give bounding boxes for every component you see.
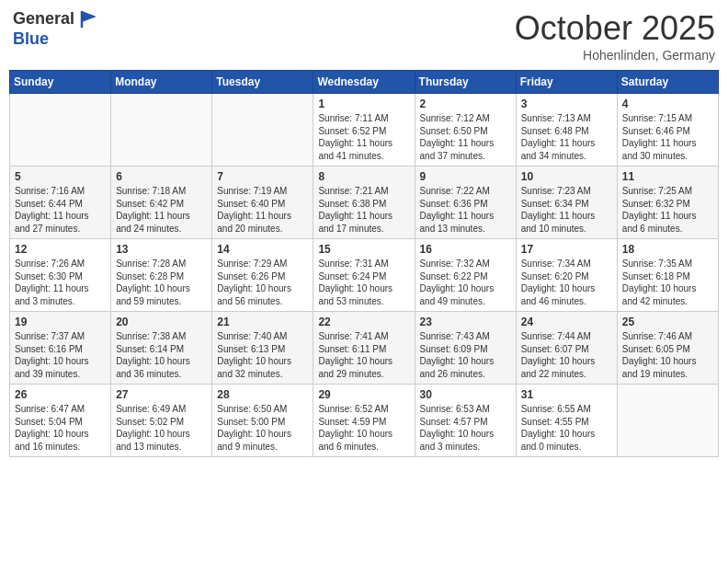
calendar-day-5: 5Sunrise: 7:16 AM Sunset: 6:44 PM Daylig… [10, 167, 111, 239]
day-number: 18 [622, 243, 713, 256]
day-number: 26 [15, 388, 106, 401]
day-info: Sunrise: 7:44 AM Sunset: 6:07 PM Dayligh… [521, 330, 612, 380]
title-block: October 2025 Hohenlinden, Germany [515, 9, 715, 63]
logo-general: General [13, 9, 74, 28]
day-number: 25 [622, 316, 713, 328]
logo: General Blue [13, 9, 98, 50]
calendar-day-30: 30Sunrise: 6:53 AM Sunset: 4:57 PM Dayli… [415, 385, 516, 457]
day-number: 24 [521, 316, 612, 328]
day-number: 11 [622, 170, 713, 183]
day-info: Sunrise: 7:26 AM Sunset: 6:30 PM Dayligh… [15, 258, 106, 307]
calendar-day-18: 18Sunrise: 7:35 AM Sunset: 6:18 PM Dayli… [617, 239, 718, 312]
day-info: Sunrise: 7:15 AM Sunset: 6:46 PM Dayligh… [622, 112, 713, 162]
calendar-day-2: 2Sunrise: 7:12 AM Sunset: 6:50 PM Daylig… [415, 94, 516, 167]
calendar-day-6: 6Sunrise: 7:18 AM Sunset: 6:42 PM Daylig… [111, 167, 212, 239]
day-info: Sunrise: 7:13 AM Sunset: 6:48 PM Dayligh… [521, 112, 612, 162]
day-info: Sunrise: 7:35 AM Sunset: 6:18 PM Dayligh… [622, 258, 713, 307]
calendar-week-row: 26Sunrise: 6:47 AM Sunset: 5:04 PM Dayli… [10, 385, 719, 457]
calendar-week-row: 1Sunrise: 7:11 AM Sunset: 6:52 PM Daylig… [10, 94, 719, 167]
calendar-day-3: 3Sunrise: 7:13 AM Sunset: 6:48 PM Daylig… [516, 94, 617, 167]
day-number: 9 [420, 170, 511, 183]
day-info: Sunrise: 7:19 AM Sunset: 6:40 PM Dayligh… [217, 185, 308, 235]
day-number: 10 [521, 170, 612, 183]
day-number: 16 [420, 243, 511, 256]
calendar-day-20: 20Sunrise: 7:38 AM Sunset: 6:14 PM Dayli… [111, 312, 212, 385]
calendar-day-8: 8Sunrise: 7:21 AM Sunset: 6:38 PM Daylig… [313, 167, 415, 239]
day-number: 31 [521, 388, 612, 401]
day-info: Sunrise: 7:37 AM Sunset: 6:16 PM Dayligh… [15, 330, 106, 380]
calendar-day-1: 1Sunrise: 7:11 AM Sunset: 6:52 PM Daylig… [313, 94, 415, 167]
calendar-day-4: 4Sunrise: 7:15 AM Sunset: 6:46 PM Daylig… [617, 94, 718, 167]
svg-marker-0 [82, 11, 97, 22]
logo-flag-icon [80, 9, 98, 29]
weekday-header-sunday: Sunday [10, 71, 111, 94]
day-number: 12 [15, 243, 106, 256]
day-number: 8 [318, 170, 409, 183]
day-number: 7 [217, 170, 308, 183]
weekday-header-wednesday: Wednesday [313, 71, 415, 94]
day-info: Sunrise: 7:18 AM Sunset: 6:42 PM Dayligh… [116, 185, 207, 235]
day-number: 23 [420, 316, 511, 328]
day-number: 17 [521, 243, 612, 256]
day-number: 1 [318, 98, 409, 110]
day-number: 20 [116, 316, 207, 328]
calendar-header-row: SundayMondayTuesdayWednesdayThursdayFrid… [10, 71, 719, 94]
day-number: 29 [318, 388, 409, 401]
day-info: Sunrise: 7:34 AM Sunset: 6:20 PM Dayligh… [521, 258, 612, 307]
day-info: Sunrise: 7:41 AM Sunset: 6:11 PM Dayligh… [318, 330, 409, 380]
day-number: 27 [116, 388, 207, 401]
calendar-day-7: 7Sunrise: 7:19 AM Sunset: 6:40 PM Daylig… [212, 167, 313, 239]
day-number: 19 [15, 316, 106, 328]
day-info: Sunrise: 7:31 AM Sunset: 6:24 PM Dayligh… [318, 258, 409, 307]
calendar-day-19: 19Sunrise: 7:37 AM Sunset: 6:16 PM Dayli… [10, 312, 111, 385]
calendar-week-row: 5Sunrise: 7:16 AM Sunset: 6:44 PM Daylig… [10, 167, 719, 239]
calendar-day-23: 23Sunrise: 7:43 AM Sunset: 6:09 PM Dayli… [415, 312, 516, 385]
day-info: Sunrise: 7:43 AM Sunset: 6:09 PM Dayligh… [420, 330, 511, 380]
day-number: 15 [318, 243, 409, 256]
calendar-week-row: 19Sunrise: 7:37 AM Sunset: 6:16 PM Dayli… [10, 312, 719, 385]
day-info: Sunrise: 7:40 AM Sunset: 6:13 PM Dayligh… [217, 330, 308, 380]
calendar-day-22: 22Sunrise: 7:41 AM Sunset: 6:11 PM Dayli… [313, 312, 415, 385]
day-number: 30 [420, 388, 511, 401]
day-number: 3 [521, 98, 612, 110]
day-number: 14 [217, 243, 308, 256]
weekday-header-thursday: Thursday [415, 71, 516, 94]
calendar-day-28: 28Sunrise: 6:50 AM Sunset: 5:00 PM Dayli… [212, 385, 313, 457]
day-info: Sunrise: 7:29 AM Sunset: 6:26 PM Dayligh… [217, 258, 308, 307]
day-info: Sunrise: 7:23 AM Sunset: 6:34 PM Dayligh… [521, 185, 612, 235]
weekday-header-tuesday: Tuesday [212, 71, 313, 94]
day-info: Sunrise: 7:21 AM Sunset: 6:38 PM Dayligh… [318, 185, 409, 235]
day-info: Sunrise: 7:16 AM Sunset: 6:44 PM Dayligh… [15, 185, 106, 235]
day-number: 5 [15, 170, 106, 183]
day-info: Sunrise: 6:52 AM Sunset: 4:59 PM Dayligh… [318, 403, 409, 453]
day-info: Sunrise: 6:49 AM Sunset: 5:02 PM Dayligh… [116, 403, 207, 453]
calendar-day-24: 24Sunrise: 7:44 AM Sunset: 6:07 PM Dayli… [516, 312, 617, 385]
logo-blue: Blue [13, 29, 98, 50]
location: Hohenlinden, Germany [515, 48, 715, 63]
calendar-day-12: 12Sunrise: 7:26 AM Sunset: 6:30 PM Dayli… [10, 239, 111, 312]
day-info: Sunrise: 6:50 AM Sunset: 5:00 PM Dayligh… [217, 403, 308, 453]
day-info: Sunrise: 7:46 AM Sunset: 6:05 PM Dayligh… [622, 330, 713, 380]
page-header: General Blue October 2025 Hohenlinden, G… [9, 9, 719, 63]
calendar-week-row: 12Sunrise: 7:26 AM Sunset: 6:30 PM Dayli… [10, 239, 719, 312]
calendar-empty-cell [111, 94, 212, 167]
weekday-header-monday: Monday [111, 71, 212, 94]
calendar-day-27: 27Sunrise: 6:49 AM Sunset: 5:02 PM Dayli… [111, 385, 212, 457]
weekday-header-saturday: Saturday [617, 71, 718, 94]
calendar-day-15: 15Sunrise: 7:31 AM Sunset: 6:24 PM Dayli… [313, 239, 415, 312]
calendar-day-16: 16Sunrise: 7:32 AM Sunset: 6:22 PM Dayli… [415, 239, 516, 312]
day-info: Sunrise: 7:12 AM Sunset: 6:50 PM Dayligh… [420, 112, 511, 162]
day-number: 22 [318, 316, 409, 328]
calendar-day-26: 26Sunrise: 6:47 AM Sunset: 5:04 PM Dayli… [10, 385, 111, 457]
day-number: 6 [116, 170, 207, 183]
day-number: 21 [217, 316, 308, 328]
calendar-day-21: 21Sunrise: 7:40 AM Sunset: 6:13 PM Dayli… [212, 312, 313, 385]
day-info: Sunrise: 7:28 AM Sunset: 6:28 PM Dayligh… [116, 258, 207, 307]
calendar-empty-cell [10, 94, 111, 167]
calendar-day-13: 13Sunrise: 7:28 AM Sunset: 6:28 PM Dayli… [111, 239, 212, 312]
month-title: October 2025 [515, 9, 715, 48]
calendar-table: SundayMondayTuesdayWednesdayThursdayFrid… [9, 70, 719, 457]
calendar-day-17: 17Sunrise: 7:34 AM Sunset: 6:20 PM Dayli… [516, 239, 617, 312]
calendar-day-10: 10Sunrise: 7:23 AM Sunset: 6:34 PM Dayli… [516, 167, 617, 239]
calendar-day-14: 14Sunrise: 7:29 AM Sunset: 6:26 PM Dayli… [212, 239, 313, 312]
